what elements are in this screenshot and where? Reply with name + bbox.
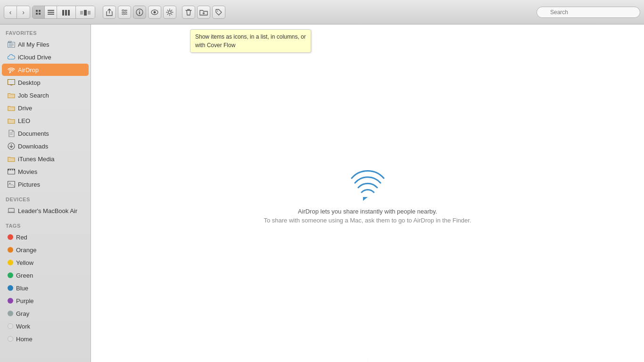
view-column-button[interactable]	[57, 6, 76, 19]
sidebar-item-downloads[interactable]: Downloads	[2, 140, 89, 152]
sidebar-item-label: Documents	[18, 130, 49, 137]
info-button[interactable]	[133, 6, 146, 19]
forward-button[interactable]: ›	[17, 6, 30, 19]
airdrop-arcs-background	[156, 126, 580, 362]
drive-folder-icon	[8, 104, 15, 112]
arrange-button[interactable]	[118, 6, 131, 19]
svg-rect-2	[36, 13, 38, 15]
search-wrapper: 🔍	[537, 7, 640, 18]
airdrop-description: AirDrop lets you share instantly with pe…	[264, 208, 471, 224]
sidebar-item-desktop[interactable]: Desktop	[2, 76, 89, 89]
svg-point-16	[123, 9, 124, 11]
sidebar-item-label: iCloud Drive	[18, 54, 51, 61]
sidebar-item-all-my-files[interactable]: All My Files	[2, 38, 89, 50]
documents-icon	[8, 130, 15, 137]
tags-header: Tags	[0, 217, 91, 230]
airdrop-center: AirDrop lets you share instantly with pe…	[264, 163, 471, 224]
svg-rect-1	[39, 10, 41, 12]
settings-button[interactable]	[163, 6, 176, 19]
leo-folder-icon	[8, 117, 15, 124]
icloud-drive-icon	[8, 53, 15, 61]
sidebar-item-tag-home[interactable]: Home	[2, 333, 89, 345]
sidebar-item-macbook-air[interactable]: Leader's MacBook Air	[2, 205, 89, 217]
airdrop-main-icon	[349, 163, 387, 202]
sidebar-item-label: Yellow	[16, 259, 33, 266]
airdrop-icon	[8, 66, 15, 74]
sidebar-item-tag-orange[interactable]: Orange	[2, 244, 89, 256]
job-search-folder-icon	[8, 91, 15, 99]
svg-rect-44	[8, 181, 15, 188]
content-area: Show items as icons, in a list, in colum…	[91, 25, 644, 362]
svg-point-27	[217, 10, 218, 11]
svg-rect-42	[12, 169, 13, 171]
orange-tag-dot	[8, 247, 13, 253]
sidebar-item-label: Orange	[16, 247, 36, 254]
sidebar-item-icloud-drive[interactable]: iCloud Drive	[2, 51, 89, 63]
sidebar-item-label: Blue	[16, 285, 28, 292]
svg-rect-0	[36, 10, 38, 12]
downloads-icon	[8, 142, 15, 150]
svg-rect-3	[39, 13, 41, 15]
red-tag-dot	[8, 234, 13, 240]
sidebar-item-tag-yellow[interactable]: Yellow	[2, 256, 89, 269]
sidebar-item-documents[interactable]: Documents	[2, 127, 89, 140]
sidebar-item-tag-gray[interactable]: Gray	[2, 307, 89, 320]
svg-point-20	[139, 10, 140, 11]
sidebar-item-itunes-media[interactable]: iTunes Media	[2, 153, 89, 165]
view-coverflow-button[interactable]	[76, 6, 95, 19]
search-input[interactable]	[537, 7, 640, 18]
sidebar-item-tag-green[interactable]: Green	[2, 269, 89, 281]
svg-rect-8	[65, 10, 67, 16]
svg-point-23	[154, 11, 156, 13]
sidebar-item-pictures[interactable]: Pictures	[2, 178, 89, 190]
desktop-icon	[8, 79, 15, 86]
share-button[interactable]	[103, 6, 116, 19]
sidebar-item-label: Gray	[16, 310, 29, 317]
all-my-files-icon	[8, 41, 15, 48]
view-switcher	[32, 6, 95, 19]
sidebar-item-label: Downloads	[18, 143, 48, 150]
new-folder-button[interactable]	[197, 6, 210, 19]
sidebar-item-label: Work	[16, 323, 30, 330]
sidebar-item-airdrop[interactable]: AirDrop	[2, 64, 89, 76]
sidebar-item-job-search[interactable]: Job Search	[2, 89, 89, 101]
sidebar-item-label: Green	[16, 272, 33, 279]
svg-rect-40	[8, 169, 9, 171]
sidebar-item-drive[interactable]: Drive	[2, 102, 89, 114]
delete-button[interactable]	[182, 6, 195, 19]
svg-point-24	[168, 11, 171, 14]
itunes-media-icon	[8, 155, 15, 163]
sidebar-item-leo[interactable]: LEO	[2, 115, 89, 127]
sidebar-item-label: Movies	[18, 168, 37, 175]
tag-button[interactable]	[212, 6, 225, 19]
sidebar-item-tag-red[interactable]: Red	[2, 231, 89, 243]
svg-point-18	[123, 13, 124, 15]
sidebar-item-label: All My Files	[18, 41, 49, 48]
view-icon-button[interactable]	[33, 6, 45, 19]
back-button[interactable]: ‹	[4, 6, 17, 19]
movies-icon	[8, 168, 15, 175]
svg-rect-11	[84, 10, 87, 16]
svg-rect-46	[8, 208, 14, 212]
home-tag-dot	[8, 336, 13, 342]
sidebar-item-label: Home	[16, 336, 33, 343]
view-list-button[interactable]	[45, 6, 57, 19]
sidebar-item-tag-work[interactable]: Work	[2, 320, 89, 332]
sidebar-item-movies[interactable]: Movies	[2, 165, 89, 178]
pictures-icon	[8, 181, 15, 188]
sidebar-item-label: Pictures	[18, 181, 40, 188]
sidebar-item-tag-purple[interactable]: Purple	[2, 295, 89, 307]
main-area: Favorites All My Files iCloud Drive	[0, 25, 644, 362]
nav-buttons: ‹ ›	[4, 6, 30, 19]
svg-rect-6	[48, 14, 54, 15]
sidebar-item-label: Drive	[18, 105, 32, 112]
svg-rect-10	[80, 11, 83, 15]
svg-rect-4	[48, 10, 54, 11]
preview-button[interactable]	[148, 6, 161, 19]
svg-point-17	[125, 11, 126, 13]
svg-rect-7	[62, 10, 64, 16]
sidebar: Favorites All My Files iCloud Drive	[0, 25, 91, 362]
sidebar-item-tag-blue[interactable]: Blue	[2, 282, 89, 294]
devices-header: Devices	[0, 191, 91, 204]
svg-rect-5	[48, 12, 54, 13]
